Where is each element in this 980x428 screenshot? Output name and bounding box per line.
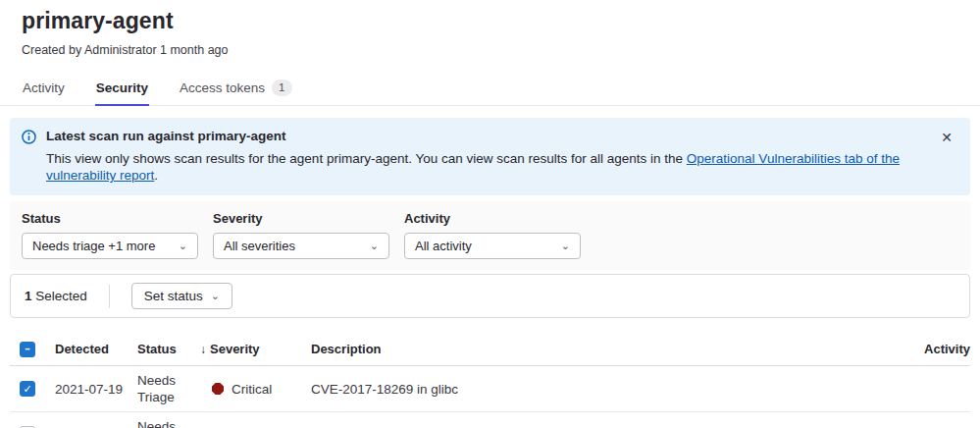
status-filter-group: Status Needs triage +1 more ⌄ xyxy=(22,211,198,259)
set-status-label: Set status xyxy=(144,289,203,303)
table-row[interactable]: ✓ 2021-07-19 Needs Triage Critical CVE-2… xyxy=(10,412,970,428)
toolbar-divider xyxy=(109,285,110,308)
selected-count: 1 Selected xyxy=(25,289,87,303)
severity-filter-dropdown[interactable]: All severities ⌄ xyxy=(213,233,389,259)
activity-filter-value: All activity xyxy=(415,239,472,253)
status-filter-label: Status xyxy=(22,211,198,226)
selected-count-number: 1 xyxy=(25,289,32,303)
banner-body: This view only shows scan results for th… xyxy=(46,150,927,184)
status-filter-dropdown[interactable]: Needs triage +1 more ⌄ xyxy=(22,233,198,259)
chevron-down-icon: ⌄ xyxy=(370,241,379,251)
sort-descending-icon: ↓ xyxy=(200,343,206,356)
indeterminate-icon: – xyxy=(25,344,30,354)
header-detected[interactable]: Detected xyxy=(55,334,137,364)
header-description[interactable]: Description xyxy=(311,334,882,364)
page-subtitle: Created by Administrator 1 month ago xyxy=(22,43,958,57)
table-header-row: – Detected Status ↓ Severity Description… xyxy=(10,333,970,366)
status-filter-value: Needs triage +1 more xyxy=(32,239,155,253)
row-status: Needs Triage xyxy=(137,412,200,428)
banner-content: Latest scan run against primary-agent Th… xyxy=(46,129,927,184)
row-checkbox[interactable]: ✓ xyxy=(20,381,35,397)
select-all-cell: – xyxy=(10,333,55,365)
chevron-down-icon: ⌄ xyxy=(211,291,220,301)
header-status[interactable]: Status xyxy=(137,334,200,364)
row-description[interactable]: CVE-2017-18269 in glibc xyxy=(311,382,882,397)
severity-critical-icon xyxy=(212,383,224,395)
selection-toolbar: 1 Selected Set status ⌄ xyxy=(10,274,970,318)
tab-activity[interactable]: Activity xyxy=(22,73,66,105)
selected-count-label: Selected xyxy=(32,289,87,303)
check-icon: ✓ xyxy=(23,384,31,395)
activity-filter-group: Activity All activity ⌄ xyxy=(404,211,581,259)
set-status-button[interactable]: Set status ⌄ xyxy=(131,283,232,309)
select-all-checkbox[interactable]: – xyxy=(20,342,35,357)
tab-activity-label: Activity xyxy=(23,80,65,95)
row-select-cell: ✓ xyxy=(10,381,55,398)
banner-body-text: This view only shows scan results for th… xyxy=(46,151,687,166)
tab-bar: Activity Security Access tokens 1 xyxy=(0,73,980,106)
banner-title: Latest scan run against primary-agent xyxy=(46,129,927,143)
activity-filter-dropdown[interactable]: All activity ⌄ xyxy=(404,233,581,259)
severity-filter-label: Severity xyxy=(213,211,389,226)
vulnerabilities-table: – Detected Status ↓ Severity Description… xyxy=(0,333,980,428)
severity-filter-value: All severities xyxy=(224,239,295,253)
tab-access-tokens-label: Access tokens xyxy=(180,80,265,95)
header-activity[interactable]: Activity xyxy=(882,334,970,364)
access-tokens-count-badge: 1 xyxy=(272,80,291,96)
banner-body-period: . xyxy=(154,168,158,183)
row-severity: Critical xyxy=(200,382,311,397)
page-title: primary-agent xyxy=(22,8,958,34)
banner-close-button[interactable]: ✕ xyxy=(939,129,954,146)
table-row[interactable]: ✓ 2021-07-19 Needs Triage Critical CVE-2… xyxy=(10,366,970,412)
header-severity-label: Severity xyxy=(210,342,260,356)
header-severity[interactable]: ↓ Severity xyxy=(200,334,311,364)
scan-info-banner: Latest scan run against primary-agent Th… xyxy=(10,118,970,195)
tab-security[interactable]: Security xyxy=(95,73,149,106)
activity-filter-label: Activity xyxy=(404,211,581,226)
info-icon xyxy=(22,130,36,184)
row-severity-label: Critical xyxy=(232,382,272,397)
tab-security-label: Security xyxy=(96,80,148,95)
filter-bar: Status Needs triage +1 more ⌄ Severity A… xyxy=(10,201,970,271)
chevron-down-icon: ⌄ xyxy=(561,241,570,251)
tab-access-tokens[interactable]: Access tokens 1 xyxy=(179,73,292,105)
row-detected: 2021-07-19 xyxy=(55,382,137,397)
severity-filter-group: Severity All severities ⌄ xyxy=(213,211,389,259)
close-icon: ✕ xyxy=(941,130,953,145)
page-header: primary-agent Created by Administrator 1… xyxy=(0,0,980,57)
row-status: Needs Triage xyxy=(137,366,200,411)
chevron-down-icon: ⌄ xyxy=(179,241,187,251)
